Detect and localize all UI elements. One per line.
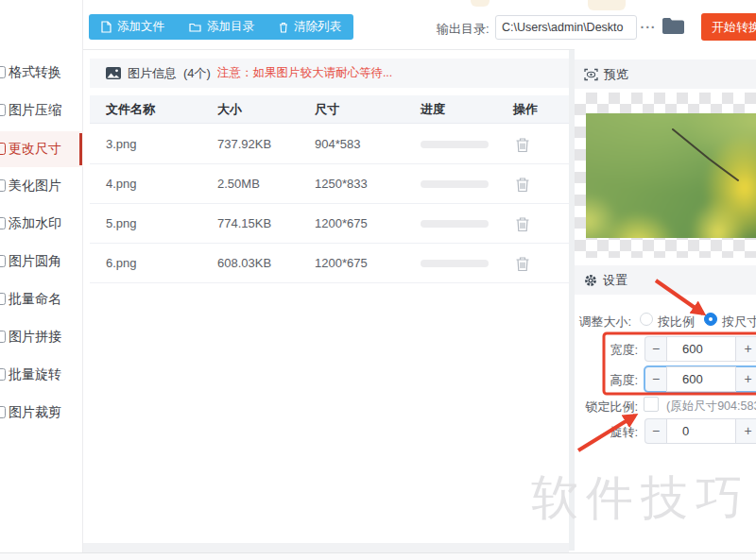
image-info-note: 注意：如果图片较大请耐心等待... [217, 65, 392, 81]
output-dir-label: 输出目录: [437, 21, 490, 38]
table-row: 4.png 2.50MB 1250*833 [90, 164, 569, 204]
rotate-row: 旋转: − 0 + [575, 418, 756, 444]
sidebar-item-label: 更改尺寸 [9, 141, 61, 158]
delete-row-button[interactable] [515, 256, 532, 273]
lock-ratio-row: 锁定比例: (原始尺寸904:583) [575, 397, 756, 414]
sidebar-item-label: 批量命名 [9, 291, 61, 308]
resize-mode-label: 调整大小: [575, 314, 631, 331]
clear-list-label: 清除列表 [294, 19, 341, 35]
file-name: 6.png [106, 244, 137, 283]
radio-by-size[interactable] [704, 313, 717, 326]
file-name: 3.png [106, 125, 137, 164]
width-row: 宽度: − 600 + [575, 336, 756, 362]
delete-row-button[interactable] [515, 216, 532, 233]
file-size: 737.92KB [217, 125, 271, 164]
sidebar-item-resize[interactable]: 更改尺寸 [0, 131, 83, 167]
browse-more-button[interactable]: ··· [639, 17, 658, 38]
settings-title: 设置 [603, 272, 627, 289]
sidebar-item-label: 图片拼接 [9, 329, 61, 346]
radio-by-ratio-label[interactable]: 按比例 [658, 314, 695, 331]
sidebar-item-label: 批量旋转 [9, 366, 61, 383]
image-info-count: (4个) [183, 65, 211, 82]
sidebar-item-beautify[interactable]: 美化图片 [0, 168, 83, 204]
col-filename: 文件名称 [106, 95, 155, 124]
file-size: 608.03KB [217, 244, 271, 283]
sidebar-item-label: 图片圆角 [9, 253, 61, 270]
trash-icon [515, 256, 530, 272]
rotate-increase-button[interactable]: + [736, 418, 756, 444]
crop-icon [0, 406, 6, 418]
image-info-title: 图片信息 [128, 65, 177, 82]
round-corner-icon [0, 255, 6, 267]
delete-row-button[interactable] [515, 177, 532, 194]
app-window: 格式转换 图片压缩 更改尺寸 美化图片 添加水印 图片圆角 批量命名 图片拼接 … [0, 0, 756, 560]
width-input[interactable]: 600 [666, 336, 736, 362]
folder-icon [189, 22, 201, 32]
top-edge-artifact [471, 0, 490, 7]
image-info-icon [106, 67, 121, 79]
batch-rename-icon [0, 293, 6, 305]
resize-icon [0, 143, 6, 155]
sidebar-item-compress[interactable]: 图片压缩 [0, 93, 83, 128]
add-folder-button[interactable]: 添加目录 [177, 14, 266, 40]
format-convert-icon [0, 66, 6, 78]
width-increase-button[interactable]: + [736, 336, 756, 362]
delete-row-button[interactable] [515, 137, 532, 154]
sidebar-item-stitch[interactable]: 图片拼接 [0, 319, 83, 355]
progress-bar [421, 220, 489, 228]
sidebar-item-batch-rotate[interactable]: 批量旋转 [0, 357, 83, 393]
add-folder-label: 添加目录 [207, 19, 254, 35]
lock-ratio-label: 锁定比例: [575, 399, 638, 416]
sidebar-item-crop[interactable]: 图片裁剪 [0, 395, 83, 431]
rotate-decrease-button[interactable]: − [644, 418, 666, 444]
bottom-zone [0, 553, 756, 560]
sidebar-item-format-convert[interactable]: 格式转换 [0, 55, 83, 91]
preview-image [586, 113, 756, 238]
trash-icon [515, 216, 530, 232]
height-decrease-button[interactable]: − [644, 366, 666, 392]
resize-mode-row: 调整大小: 按比例 按尺寸 [575, 312, 756, 329]
file-dimensions: 1250*833 [315, 164, 368, 204]
clear-list-button[interactable]: 清除列表 [266, 14, 353, 40]
rotate-input[interactable]: 0 [666, 418, 736, 444]
width-stepper: − 600 + [644, 336, 756, 362]
sidebar-item-round-corner[interactable]: 图片圆角 [0, 244, 83, 280]
sidebar-item-label: 美化图片 [9, 178, 61, 195]
trash-icon [279, 22, 288, 33]
open-folder-button[interactable] [662, 18, 684, 38]
top-edge-artifact [588, 0, 626, 10]
preview-eye-icon [584, 68, 598, 81]
col-actions: 操作 [513, 95, 538, 124]
output-dir-input[interactable] [495, 15, 637, 40]
trash-icon [515, 177, 530, 193]
add-files-label: 添加文件 [117, 19, 164, 35]
col-size: 大小 [217, 95, 242, 124]
height-label: 高度: [575, 372, 638, 389]
height-input[interactable]: 600 [666, 366, 736, 392]
add-files-button[interactable]: 添加文件 [89, 14, 177, 40]
sidebar-item-batch-rename[interactable]: 批量命名 [0, 281, 83, 317]
table-row: 5.png 774.15KB 1200*675 [90, 204, 569, 244]
sidebar-item-watermark[interactable]: 添加水印 [0, 206, 83, 242]
watermark-icon [0, 217, 6, 229]
start-convert-button[interactable]: 开始转换 [701, 13, 756, 41]
width-label: 宽度: [575, 342, 638, 359]
watermark-text: 软件技巧 [531, 467, 750, 530]
height-increase-button[interactable]: + [736, 366, 756, 392]
file-list-panel: 图片信息 (4个) 注意：如果图片较大请耐心等待... 文件名称 大小 尺寸 进… [90, 59, 569, 543]
sidebar-item-label: 格式转换 [9, 64, 61, 81]
file-dimensions: 1200*675 [315, 204, 368, 244]
width-decrease-button[interactable]: − [644, 336, 666, 362]
stitch-icon [0, 331, 6, 343]
col-dimensions: 尺寸 [315, 95, 339, 124]
rotate-label: 旋转: [575, 424, 638, 441]
height-stepper: − 600 + [644, 366, 756, 392]
folder-icon [662, 18, 684, 34]
original-size-hint: (原始尺寸904:583) [666, 399, 756, 415]
bottom-strip [83, 543, 569, 552]
radio-by-ratio[interactable] [640, 313, 653, 326]
lock-ratio-checkbox[interactable] [644, 397, 659, 412]
radio-by-size-label[interactable]: 按尺寸 [722, 314, 756, 331]
progress-bar [421, 141, 489, 148]
sidebar-item-label: 图片压缩 [9, 102, 61, 119]
